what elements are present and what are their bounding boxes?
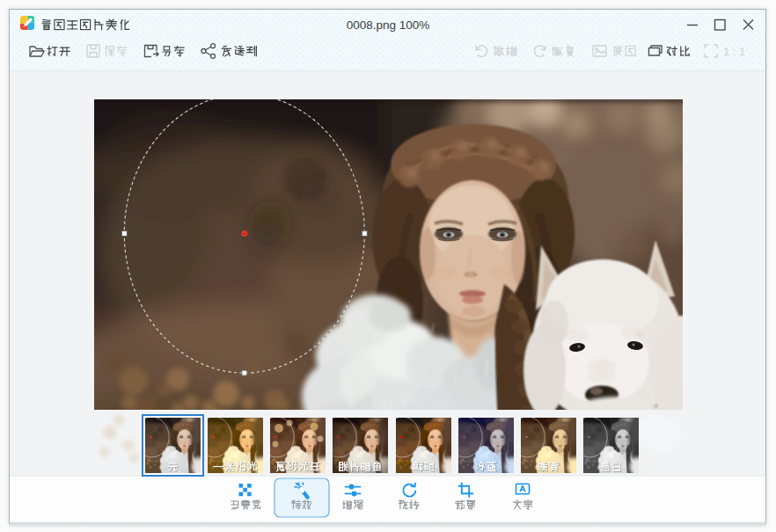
svg-text:0008.png 100%: 0008.png 100% <box>347 18 430 32</box>
svg-text:1 : 1: 1 : 1 <box>723 45 745 58</box>
